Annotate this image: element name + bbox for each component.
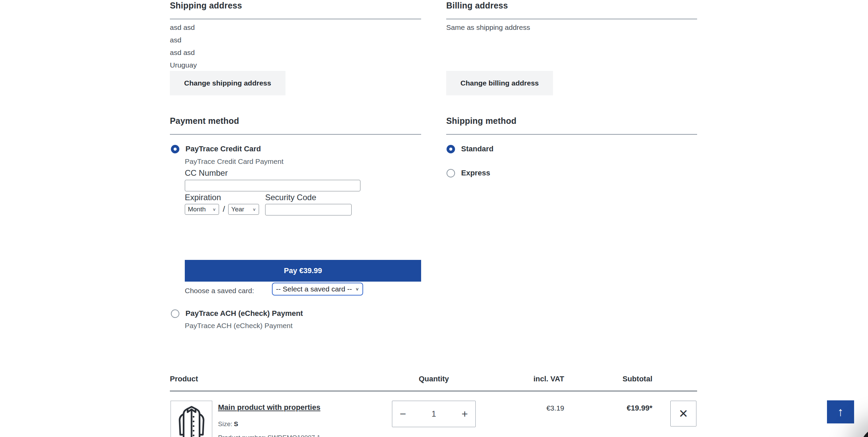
payment-option-description: PayTrace ACH (eCheck) Payment	[185, 322, 293, 330]
chevron-down-icon: ∨	[355, 287, 359, 291]
divider	[446, 19, 697, 19]
product-size-line: Size: S	[218, 420, 238, 428]
payment-option-description: PayTrace Credit Card Payment	[185, 157, 283, 166]
column-header-incl-vat: incl. VAT	[496, 375, 564, 383]
expiration-separator: /	[223, 204, 225, 214]
scroll-to-top-button[interactable]: ↑	[827, 400, 854, 423]
security-code-input[interactable]	[265, 204, 352, 215]
address-line: asd asd	[170, 46, 197, 59]
plus-icon[interactable]: +	[461, 408, 468, 419]
size-label: Size:	[218, 420, 232, 428]
payment-option-credit-card[interactable]: PayTrace Credit Card	[171, 145, 261, 153]
shipping-option-express[interactable]: Express	[447, 169, 490, 177]
divider	[170, 19, 421, 19]
cc-number-input[interactable]	[185, 180, 360, 191]
column-header-subtotal: Subtotal	[585, 375, 652, 383]
radio-button-icon[interactable]	[447, 145, 455, 153]
payment-option-ach[interactable]: PayTrace ACH (eCheck) Payment	[171, 309, 303, 318]
payment-option-label: PayTrace ACH (eCheck) Payment	[185, 309, 303, 318]
radio-button-icon[interactable]	[171, 309, 179, 318]
address-line: asd	[170, 34, 197, 46]
arrow-up-icon: ↑	[837, 405, 844, 419]
address-line: Uruguay	[170, 59, 197, 71]
saved-card-label: Choose a saved card:	[185, 284, 254, 297]
year-select-value: Year	[231, 206, 244, 213]
cart-table: Product Quantity incl. VAT Subtotal	[170, 372, 697, 437]
saved-card-select-value: -- Select a saved card --	[276, 285, 352, 293]
checkout-confirm-page: Shipping address asd asd asd asd asd Uru…	[0, 0, 868, 437]
column-header-product: Product	[170, 375, 198, 383]
table-header-divider	[170, 391, 697, 392]
security-code-label: Security Code	[265, 193, 316, 202]
expiration-year-select[interactable]: Year ∨	[228, 204, 259, 215]
radio-button-icon[interactable]	[171, 145, 179, 153]
saved-card-select[interactable]: -- Select a saved card -- ∨	[272, 283, 363, 296]
shipping-method-title: Shipping method	[446, 116, 516, 126]
remove-item-button[interactable]: ✕	[670, 401, 696, 426]
divider	[170, 134, 421, 135]
quantity-value[interactable]: 1	[432, 409, 436, 419]
chevron-down-icon: ∨	[213, 207, 216, 212]
incl-vat-value: €3.19	[496, 404, 564, 412]
minus-icon[interactable]: −	[400, 408, 406, 419]
payment-method-title: Payment method	[170, 116, 239, 126]
subtotal-value: €19.99*	[585, 404, 652, 413]
product-number-line: Product number: SWDEMO10007.1	[218, 434, 320, 437]
radio-button-icon[interactable]	[447, 169, 455, 177]
change-billing-address-button[interactable]: Change billing address	[446, 71, 553, 95]
column-header-quantity: Quantity	[392, 375, 476, 383]
billing-address-title: Billing address	[446, 1, 508, 11]
pay-button[interactable]: Pay €39.99	[185, 260, 421, 282]
change-shipping-address-button[interactable]: Change shipping address	[170, 71, 285, 95]
close-icon: ✕	[678, 407, 688, 420]
month-select-value: Month	[188, 206, 206, 213]
quantity-stepper: − 1 +	[392, 401, 476, 427]
chevron-down-icon: ∨	[253, 207, 256, 212]
product-name-link[interactable]: Main product with properties	[218, 403, 320, 412]
address-line: asd asd	[170, 21, 197, 34]
shipping-address-block: asd asd asd asd asd Uruguay	[170, 21, 197, 71]
divider	[446, 134, 697, 135]
payment-option-label: PayTrace Credit Card	[185, 145, 261, 153]
corner-widget-partial[interactable]	[860, 426, 868, 437]
shipping-address-title: Shipping address	[170, 1, 242, 11]
shipping-option-label: Express	[461, 169, 490, 177]
expiration-month-select[interactable]: Month ∨	[185, 204, 219, 215]
cc-number-label: CC Number	[185, 168, 228, 178]
expiration-label: Expiration	[185, 193, 221, 202]
jacket-icon	[175, 404, 208, 437]
shipping-option-standard[interactable]: Standard	[447, 145, 493, 153]
size-value: S	[234, 420, 238, 428]
shipping-option-label: Standard	[461, 145, 493, 153]
product-thumbnail[interactable]	[171, 401, 212, 437]
billing-same-as-shipping-text: Same as shipping address	[446, 21, 530, 34]
